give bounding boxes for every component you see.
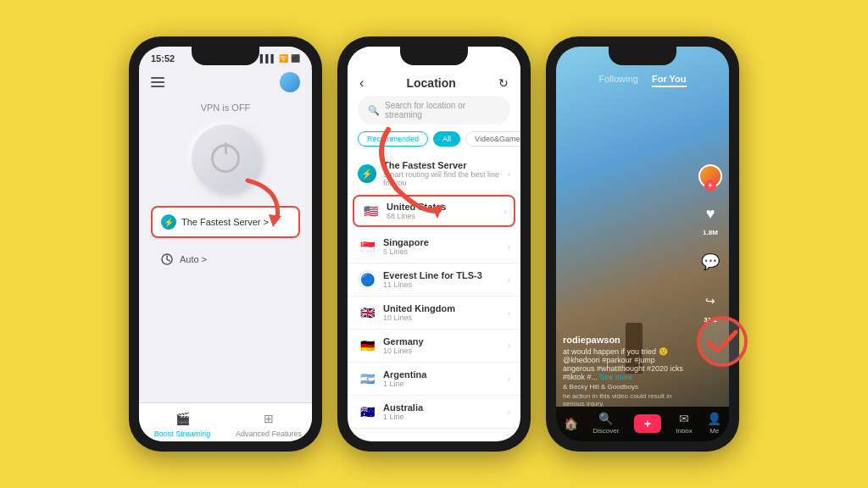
chevron-icon: ›: [508, 308, 510, 318]
filter-tabs: Recommended All Video&Game: [348, 131, 520, 153]
share-icon: ↪: [697, 287, 724, 314]
phone1-header: [139, 67, 312, 97]
phone3-screen: Following For You + ♥ 1.8M: [556, 47, 729, 441]
status-icons: ▌▌▌ 🛜 ⬛: [260, 54, 300, 63]
fastest-info: The Fastest Server Smart routing will fi…: [383, 160, 501, 187]
tiktok-right-sidebar: + ♥ 1.8M 💬 ↪ 31.1: [697, 164, 724, 324]
see-more-link[interactable]: See more: [600, 373, 633, 381]
following-tab[interactable]: Following: [598, 74, 637, 87]
creator-avatar-action[interactable]: +: [698, 164, 722, 188]
de-lines: 10 Lines: [383, 347, 501, 355]
nav-inbox[interactable]: ✉ Inbox: [676, 412, 693, 435]
features-label: Advanced Features: [236, 430, 302, 438]
discover-label: Discover: [593, 427, 619, 435]
battery-icon: ⬛: [291, 54, 300, 63]
features-icon: ⊞: [260, 410, 277, 427]
status-time: 15:52: [151, 53, 175, 64]
uk-lines: 10 Lines: [383, 313, 501, 322]
au-flag: 🇦🇺: [358, 402, 376, 421]
fastest-sub: Smart routing will find the best line fo…: [383, 170, 501, 187]
ar-flag: 🇦🇷: [358, 369, 376, 388]
phone1-footer: 🎬 Boost Streaming ⊞ Advanced Features: [139, 402, 312, 441]
screenshots-container: 15:52 ▌▌▌ 🛜 ⬛ VPN is OFF: [112, 19, 756, 469]
location-header: ‹ Location ↻: [348, 72, 520, 96]
auto-button[interactable]: Auto >: [151, 247, 300, 272]
sg-info: Singapore 5 Lines: [383, 237, 501, 256]
us-name: United States: [387, 202, 498, 212]
location-title: Location: [406, 76, 455, 90]
us-lines: 68 Lines: [387, 212, 498, 220]
sg-name: Singapore: [383, 237, 501, 247]
ar-name: Argentina: [383, 369, 501, 380]
location-australia[interactable]: 🇦🇺 Australia 1 Line ›: [348, 396, 520, 429]
us-flag: 🇺🇸: [361, 202, 380, 220]
search-bar[interactable]: 🔍 Search for location or streaming: [358, 96, 510, 125]
everest-lines: 11 Lines: [383, 280, 501, 289]
fastest-name: The Fastest Server: [383, 160, 501, 170]
location-everest[interactable]: 🔵 Everest Line for TLS-3 11 Lines ›: [348, 263, 520, 297]
phone1: 15:52 ▌▌▌ 🛜 ⬛ VPN is OFF: [129, 36, 322, 452]
home-icon: 🏠: [564, 417, 578, 430]
sg-flag: 🇸🇬: [358, 237, 376, 256]
share-count: 31.1: [704, 316, 717, 324]
avatar[interactable]: [280, 72, 300, 92]
bolt-icon: ⚡: [161, 214, 176, 230]
music-info: & Becky Hill & Goodboys: [563, 383, 687, 391]
tab-recommended[interactable]: Recommended: [358, 131, 428, 147]
refresh-icon[interactable]: ↻: [498, 76, 509, 90]
foryou-tab[interactable]: For You: [652, 74, 687, 87]
location-argentina[interactable]: 🇦🇷 Argentina 1 Line ›: [348, 363, 520, 396]
uk-info: United Kingdom 10 Lines: [383, 303, 501, 322]
auto-label: Auto >: [180, 254, 207, 264]
power-button[interactable]: [192, 125, 259, 192]
ar-info: Argentina 1 Line: [383, 369, 501, 388]
share-action[interactable]: ↪ 31.1: [697, 287, 724, 324]
everest-icon: 🔵: [358, 270, 376, 289]
boost-icon: 🎬: [174, 410, 191, 427]
location-singapore[interactable]: 🇸🇬 Singapore 5 Lines ›: [348, 230, 520, 263]
tab-videogame[interactable]: Video&Game: [465, 131, 520, 147]
follow-plus: +: [704, 180, 716, 191]
like-action[interactable]: ♥ 1.8M: [697, 200, 724, 236]
advanced-features-tab[interactable]: ⊞ Advanced Features: [225, 410, 312, 438]
signal-icon: ▌▌▌: [260, 54, 276, 63]
creator-avatar: +: [698, 164, 722, 188]
fastest-icon: ⚡: [358, 164, 376, 183]
profile-icon: 👤: [707, 412, 721, 425]
tab-all[interactable]: All: [433, 131, 460, 147]
us-info: United States 68 Lines: [387, 202, 498, 220]
vpn-status-text: VPN is OFF: [139, 103, 312, 113]
creator-username: rodiepawson: [563, 335, 687, 345]
create-button[interactable]: +: [634, 414, 661, 433]
uk-name: United Kingdom: [383, 303, 501, 313]
location-fastest-server[interactable]: ⚡ The Fastest Server Smart routing will …: [348, 153, 520, 195]
phone3: Following For You + ♥ 1.8M: [546, 36, 739, 452]
chevron-icon: ›: [508, 408, 510, 417]
location-united-states[interactable]: 🇺🇸 United States 68 Lines ›: [353, 195, 515, 227]
phone2-notch: [400, 47, 468, 65]
power-button-container: [139, 125, 312, 192]
search-placeholder: Search for location or streaming: [385, 101, 500, 119]
search-icon: 🔍: [368, 105, 380, 116]
phone1-screen: 15:52 ▌▌▌ 🛜 ⬛ VPN is OFF: [139, 47, 312, 441]
me-label: Me: [709, 427, 719, 435]
phone3-notch: [609, 47, 676, 65]
boost-label: Boost Streaming: [154, 430, 211, 438]
back-button[interactable]: ‹: [359, 75, 364, 91]
nav-home[interactable]: 🏠: [564, 417, 578, 430]
fastest-server-button[interactable]: ⚡ The Fastest Server >: [151, 206, 300, 238]
location-uk[interactable]: 🇬🇧 United Kingdom 10 Lines ›: [348, 297, 520, 330]
boost-streaming-tab[interactable]: 🎬 Boost Streaming: [139, 410, 225, 438]
nav-me[interactable]: 👤 Me: [707, 412, 721, 435]
inbox-icon: ✉: [679, 412, 689, 425]
chevron-icon: ›: [508, 374, 510, 384]
comment-action[interactable]: 💬: [697, 248, 724, 275]
fastest-server-label: The Fastest Server >: [181, 217, 290, 227]
menu-icon[interactable]: [151, 77, 164, 87]
chevron-icon: ›: [508, 242, 510, 252]
location-germany[interactable]: 🇩🇪 Germany 10 Lines ›: [348, 330, 520, 363]
de-name: Germany: [383, 336, 501, 347]
au-name: Australia: [383, 402, 501, 413]
nav-discover[interactable]: 🔍 Discover: [593, 412, 619, 435]
de-flag: 🇩🇪: [358, 336, 376, 355]
